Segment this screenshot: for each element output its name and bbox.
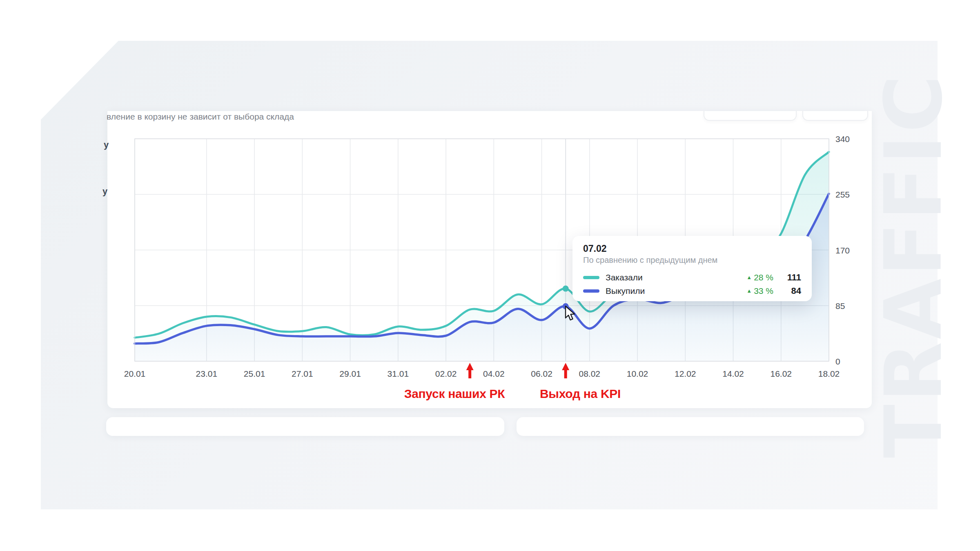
x-axis-label: 02.02 [435, 369, 457, 378]
red-up-arrow-icon [466, 363, 474, 378]
tooltip-date: 07.02 [583, 243, 801, 254]
annotation-campaign-launch: Запуск наших РК [404, 387, 505, 401]
x-axis-label: 29.01 [339, 369, 361, 378]
y-axis-label: 85 [835, 301, 845, 311]
x-axis-label: 06.02 [531, 369, 552, 378]
tooltip-subtitle: По сравнению с предыдущим днем [583, 256, 801, 265]
next-section-card-left [106, 417, 504, 436]
x-axis-label: 12.02 [675, 369, 696, 378]
ordered-series-label: Заказали [606, 273, 746, 282]
tooltip-row-ordered: Заказали ▲ 28 % 111 [583, 271, 801, 284]
orders-buyouts-line-chart[interactable]: 08517025534020.0123.0125.0127.0129.0131.… [0, 0, 980, 551]
buyout-series-label: Выкупили [606, 286, 746, 296]
ordered-value: 111 [780, 272, 801, 283]
x-axis-label: 08.02 [579, 369, 601, 378]
up-triangle-icon: ▲ [746, 274, 752, 280]
chart-tooltip: 07.02 По сравнению с предыдущим днем Зак… [572, 236, 812, 301]
next-section-card-right [517, 417, 864, 436]
x-axis-label: 25.01 [244, 369, 265, 378]
x-axis-label: 04.02 [483, 369, 505, 378]
x-axis-label: 18.02 [818, 369, 840, 378]
y-axis-label: 340 [835, 134, 850, 144]
ordered-hover-dot [563, 286, 569, 292]
red-up-arrow-icon [562, 363, 569, 378]
x-axis-label: 10.02 [627, 369, 648, 378]
y-axis-label: 255 [835, 190, 850, 199]
up-triangle-icon: ▲ [746, 288, 752, 294]
mouse-cursor-icon [564, 305, 581, 323]
buyout-series-swatch [583, 289, 599, 293]
y-axis-label: 170 [835, 246, 850, 255]
ordered-delta-percent: 28 % [754, 273, 773, 282]
ordered-series-swatch [583, 276, 599, 279]
x-axis-label: 16.02 [770, 369, 792, 378]
x-axis-label: 31.01 [388, 369, 409, 378]
x-axis-label: 14.02 [722, 369, 744, 378]
y-axis-label: 0 [835, 357, 840, 366]
tooltip-row-buyout: Выкупили ▲ 33 % 84 [583, 284, 801, 298]
annotation-kpi-reached: Выход на KPI [540, 387, 621, 401]
x-axis-label: 20.01 [124, 369, 146, 378]
buyout-delta: ▲ 33 % [746, 286, 773, 296]
x-axis-label: 27.01 [292, 369, 313, 378]
slide-page: TRAFFIC вление в корзину не зависит от в… [0, 0, 980, 551]
buyout-delta-percent: 33 % [754, 286, 773, 296]
buyout-value: 84 [780, 286, 801, 296]
x-axis-label: 23.01 [196, 369, 218, 378]
ordered-delta: ▲ 28 % [746, 273, 773, 282]
